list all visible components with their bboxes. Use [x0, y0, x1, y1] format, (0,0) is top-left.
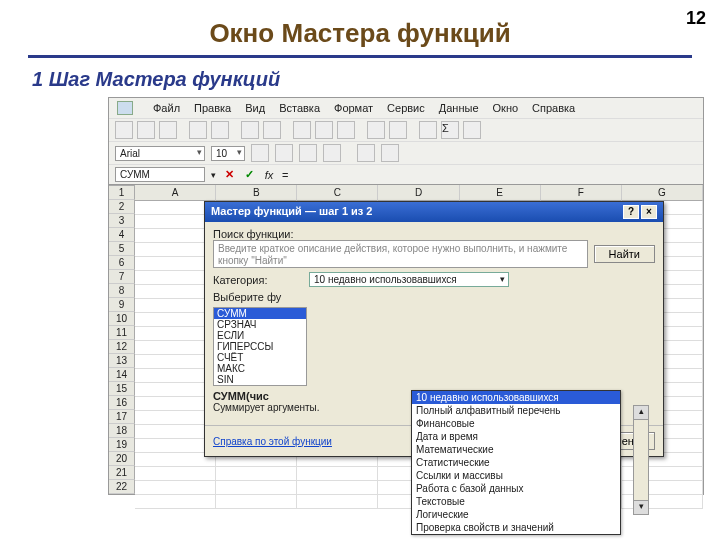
function-list-item[interactable]: ГИПЕРССЫ: [214, 341, 306, 352]
row-header[interactable]: 13: [109, 354, 135, 368]
cell[interactable]: [216, 467, 297, 481]
link-icon[interactable]: [419, 121, 437, 139]
dialog-help-button[interactable]: ?: [623, 205, 639, 219]
borders-icon[interactable]: [357, 144, 375, 162]
find-button[interactable]: Найти: [594, 245, 655, 263]
category-combo[interactable]: 10 недавно использовавшихся: [309, 272, 509, 287]
category-option[interactable]: Работа с базой данных: [412, 482, 620, 495]
copy-icon[interactable]: [315, 121, 333, 139]
cell[interactable]: [216, 495, 297, 509]
menu-window[interactable]: Окно: [493, 101, 519, 115]
function-list-item[interactable]: SIN: [214, 374, 306, 385]
cell[interactable]: [297, 467, 378, 481]
open-icon[interactable]: [137, 121, 155, 139]
col-header[interactable]: D: [378, 185, 459, 201]
category-option[interactable]: Статистические: [412, 456, 620, 469]
formula-input[interactable]: =: [282, 169, 288, 181]
cancel-icon[interactable]: ✕: [222, 168, 236, 182]
undo-icon[interactable]: [367, 121, 385, 139]
dropdown-icon[interactable]: ▾: [211, 170, 216, 180]
align-center-icon[interactable]: [275, 144, 293, 162]
cell[interactable]: [135, 467, 216, 481]
row-header[interactable]: 3: [109, 214, 135, 228]
row-header[interactable]: 19: [109, 438, 135, 452]
menu-edit[interactable]: Правка: [194, 101, 231, 115]
menu-file[interactable]: Файл: [153, 101, 180, 115]
row-header[interactable]: 4: [109, 228, 135, 242]
scroll-down-icon[interactable]: ▾: [634, 500, 648, 514]
font-combo[interactable]: Arial: [115, 146, 205, 161]
row-header[interactable]: 22: [109, 480, 135, 494]
menu-format[interactable]: Формат: [334, 101, 373, 115]
scroll-up-icon[interactable]: ▴: [634, 406, 648, 420]
row-header[interactable]: 17: [109, 410, 135, 424]
row-header[interactable]: 6: [109, 256, 135, 270]
menu-tools[interactable]: Сервис: [387, 101, 425, 115]
row-header[interactable]: 10: [109, 312, 135, 326]
category-option[interactable]: Проверка свойств и значений: [412, 521, 620, 534]
fill-icon[interactable]: [381, 144, 399, 162]
align-right-icon[interactable]: [299, 144, 317, 162]
cell[interactable]: [135, 495, 216, 509]
col-header[interactable]: B: [216, 185, 297, 201]
search-input[interactable]: Введите краткое описание действия, котор…: [213, 240, 588, 268]
row-header[interactable]: 11: [109, 326, 135, 340]
col-header[interactable]: A: [135, 185, 216, 201]
category-option[interactable]: Дата и время: [412, 430, 620, 443]
sum-icon[interactable]: Σ: [441, 121, 459, 139]
row-header[interactable]: 12: [109, 340, 135, 354]
research-icon[interactable]: [263, 121, 281, 139]
redo-icon[interactable]: [389, 121, 407, 139]
function-list[interactable]: СУММСРЗНАЧЕСЛИГИПЕРССЫСЧЁТМАКСSIN: [213, 307, 307, 386]
new-icon[interactable]: [115, 121, 133, 139]
name-box[interactable]: СУММ: [115, 167, 205, 182]
row-header[interactable]: 16: [109, 396, 135, 410]
fontsize-combo[interactable]: 10: [211, 146, 245, 161]
cell[interactable]: [216, 481, 297, 495]
menu-data[interactable]: Данные: [439, 101, 479, 115]
function-list-item[interactable]: СРЗНАЧ: [214, 319, 306, 330]
function-list-item[interactable]: МАКС: [214, 363, 306, 374]
merge-icon[interactable]: [323, 144, 341, 162]
menu-view[interactable]: Вид: [245, 101, 265, 115]
menu-insert[interactable]: Вставка: [279, 101, 320, 115]
function-list-item[interactable]: ЕСЛИ: [214, 330, 306, 341]
row-header[interactable]: 1: [109, 186, 135, 200]
row-header[interactable]: 2: [109, 200, 135, 214]
row-header[interactable]: 20: [109, 452, 135, 466]
category-option[interactable]: Логические: [412, 508, 620, 521]
print-icon[interactable]: [189, 121, 207, 139]
row-header[interactable]: 7: [109, 270, 135, 284]
row-header[interactable]: 15: [109, 382, 135, 396]
function-list-item[interactable]: СЧЁТ: [214, 352, 306, 363]
row-header[interactable]: 14: [109, 368, 135, 382]
category-dropdown[interactable]: 10 недавно использовавшихсяПолный алфави…: [411, 390, 621, 535]
category-option[interactable]: Ссылки и массивы: [412, 469, 620, 482]
category-option[interactable]: 10 недавно использовавшихся: [412, 391, 620, 404]
category-option[interactable]: Текстовые: [412, 495, 620, 508]
col-header[interactable]: C: [297, 185, 378, 201]
scrollbar[interactable]: ▴ ▾: [633, 405, 649, 515]
cell[interactable]: [297, 481, 378, 495]
category-option[interactable]: Математические: [412, 443, 620, 456]
preview-icon[interactable]: [211, 121, 229, 139]
row-header[interactable]: 18: [109, 424, 135, 438]
row-header[interactable]: 9: [109, 298, 135, 312]
row-header[interactable]: 21: [109, 466, 135, 480]
paste-icon[interactable]: [337, 121, 355, 139]
help-link[interactable]: Справка по этой функции: [213, 436, 332, 447]
col-header[interactable]: G: [622, 185, 703, 201]
spell-icon[interactable]: [241, 121, 259, 139]
category-option[interactable]: Финансовые: [412, 417, 620, 430]
fx-icon[interactable]: fx: [262, 168, 276, 182]
cell[interactable]: [135, 481, 216, 495]
category-option[interactable]: Полный алфавитный перечень: [412, 404, 620, 417]
cell[interactable]: [297, 495, 378, 509]
row-header[interactable]: 5: [109, 242, 135, 256]
col-header[interactable]: F: [541, 185, 622, 201]
col-header[interactable]: E: [460, 185, 541, 201]
cut-icon[interactable]: [293, 121, 311, 139]
menu-help[interactable]: Справка: [532, 101, 575, 115]
enter-icon[interactable]: ✓: [242, 168, 256, 182]
save-icon[interactable]: [159, 121, 177, 139]
